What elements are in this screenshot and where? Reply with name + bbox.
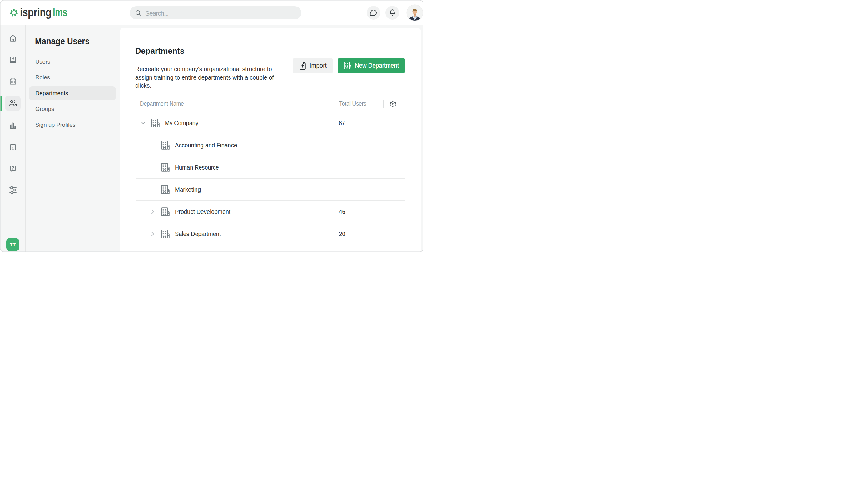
department-name: Product Development bbox=[175, 201, 231, 223]
brand-logo[interactable]: ispring lms bbox=[0, 0, 81, 25]
total-users-value: 67 bbox=[339, 112, 345, 134]
column-header-department-name: Department Name bbox=[140, 100, 184, 108]
department-name: My Company bbox=[165, 112, 198, 134]
building-icon bbox=[151, 119, 160, 127]
import-button[interactable]: Import bbox=[293, 58, 333, 73]
sidebar-item-groups[interactable]: Groups bbox=[29, 102, 116, 116]
table-body: My Company 67 Accounting and Finance – bbox=[136, 112, 406, 245]
building-icon bbox=[161, 185, 169, 194]
building-icon bbox=[161, 141, 169, 149]
page-description: Recreate your company's organizational s… bbox=[135, 65, 282, 90]
app-window: ispring lms bbox=[0, 0, 424, 252]
description-line: assign training to entire departments wi… bbox=[135, 73, 282, 82]
sidebar-item-label: Users bbox=[35, 58, 50, 65]
table-row[interactable]: Product Development 46 bbox=[136, 201, 406, 223]
collapse-chevron[interactable] bbox=[141, 122, 145, 125]
building-icon bbox=[161, 230, 169, 238]
table-row[interactable]: Accounting and Finance – bbox=[136, 134, 406, 157]
import-button-label: Import bbox=[309, 58, 327, 73]
search-bar bbox=[130, 6, 301, 20]
info-panel-icon bbox=[9, 143, 17, 151]
table-header: Department Name Total Users bbox=[136, 97, 406, 112]
expand-chevron[interactable] bbox=[151, 209, 154, 214]
brand-logo-text: ispring bbox=[20, 5, 52, 20]
sidebar-title: Manage Users bbox=[35, 36, 96, 47]
rail-item-help[interactable] bbox=[5, 161, 21, 176]
total-users-value: – bbox=[339, 134, 342, 156]
active-rail-indicator bbox=[0, 95, 2, 111]
user-avatar[interactable] bbox=[407, 5, 422, 21]
table-settings-gear-icon[interactable] bbox=[390, 101, 397, 108]
bell-icon bbox=[389, 9, 396, 17]
sidebar-item-label: Departments bbox=[35, 90, 68, 97]
icon-rail: TT bbox=[0, 25, 25, 252]
avatar-photo bbox=[407, 5, 422, 21]
rail-item-home[interactable] bbox=[5, 31, 21, 46]
sidebar-menu: UsersRolesDepartmentsGroupsSign up Profi… bbox=[29, 55, 116, 134]
total-users-value: – bbox=[339, 179, 342, 200]
total-users-value: – bbox=[339, 157, 342, 178]
rail-item-users[interactable] bbox=[5, 95, 21, 111]
table-row[interactable]: Sales Department 20 bbox=[136, 223, 406, 245]
rail-item-settings[interactable] bbox=[5, 182, 21, 198]
description-line: clicks. bbox=[135, 82, 282, 90]
rail-item-courses[interactable] bbox=[5, 52, 21, 68]
rail-item-reports[interactable] bbox=[5, 118, 21, 134]
description-line: Recreate your company's organizational s… bbox=[135, 65, 282, 73]
department-name: Accounting and Finance bbox=[175, 134, 237, 156]
home-icon bbox=[9, 34, 17, 42]
calendar-icon bbox=[9, 77, 17, 85]
total-users-value: 20 bbox=[339, 223, 345, 245]
departments-table: Department Name Total Users bbox=[136, 97, 406, 245]
rail-item-info[interactable] bbox=[5, 139, 21, 155]
users-icon bbox=[9, 99, 17, 107]
sidebar-item-users[interactable]: Users bbox=[29, 55, 116, 69]
page-title: Departments bbox=[135, 46, 185, 56]
sidebar-item-departments[interactable]: Departments bbox=[29, 87, 116, 100]
building-icon bbox=[161, 208, 169, 216]
sidebar-item-roles[interactable]: Roles bbox=[29, 71, 116, 84]
new-department-button[interactable]: New Department bbox=[338, 58, 405, 73]
import-file-icon bbox=[300, 61, 306, 70]
sidebar-item-label: Groups bbox=[35, 106, 54, 112]
notifications-button[interactable] bbox=[385, 6, 399, 20]
departments-panel: Departments Recreate your company's orga… bbox=[120, 28, 421, 252]
chevron-right-icon bbox=[151, 231, 154, 236]
column-header-total-users: Total Users bbox=[339, 100, 366, 108]
department-name: Marketing bbox=[175, 179, 201, 200]
manage-users-sidebar: Manage Users UsersRolesDepartmentsGroups… bbox=[25, 25, 120, 252]
search-icon bbox=[135, 10, 142, 16]
building-icon bbox=[161, 163, 169, 172]
top-bar: ispring lms bbox=[0, 0, 424, 25]
chevron-right-icon bbox=[151, 209, 154, 214]
book-icon bbox=[9, 56, 17, 64]
chevron-down-icon bbox=[141, 122, 145, 125]
table-row[interactable]: Human Resource – bbox=[136, 157, 406, 179]
sidebar-item-label: Sign up Profiles bbox=[35, 122, 76, 128]
rail-item-calendar[interactable] bbox=[5, 73, 21, 89]
sidebar-item-label: Roles bbox=[35, 74, 50, 81]
search-input[interactable] bbox=[145, 7, 289, 20]
header-divider bbox=[383, 100, 383, 108]
department-name: Sales Department bbox=[175, 223, 221, 245]
messages-button[interactable] bbox=[367, 6, 380, 20]
sidebar-item-sign-up-profiles[interactable]: Sign up Profiles bbox=[29, 118, 116, 132]
total-users-value: 46 bbox=[339, 201, 345, 223]
expand-chevron[interactable] bbox=[151, 231, 154, 236]
sliders-icon bbox=[9, 186, 17, 194]
chat-bubble-icon bbox=[370, 9, 377, 17]
workspace-badge[interactable]: TT bbox=[6, 238, 19, 251]
help-bubble-icon bbox=[9, 165, 17, 173]
ispring-flower-icon bbox=[10, 9, 18, 17]
new-department-building-icon bbox=[344, 62, 352, 69]
table-row[interactable]: My Company 67 bbox=[136, 112, 406, 134]
new-department-button-label: New Department bbox=[355, 58, 399, 73]
department-name: Human Resource bbox=[175, 157, 219, 178]
brand-logo-suffix: lms bbox=[53, 5, 67, 20]
bar-chart-icon bbox=[9, 122, 17, 130]
table-row[interactable]: Marketing – bbox=[136, 179, 406, 201]
